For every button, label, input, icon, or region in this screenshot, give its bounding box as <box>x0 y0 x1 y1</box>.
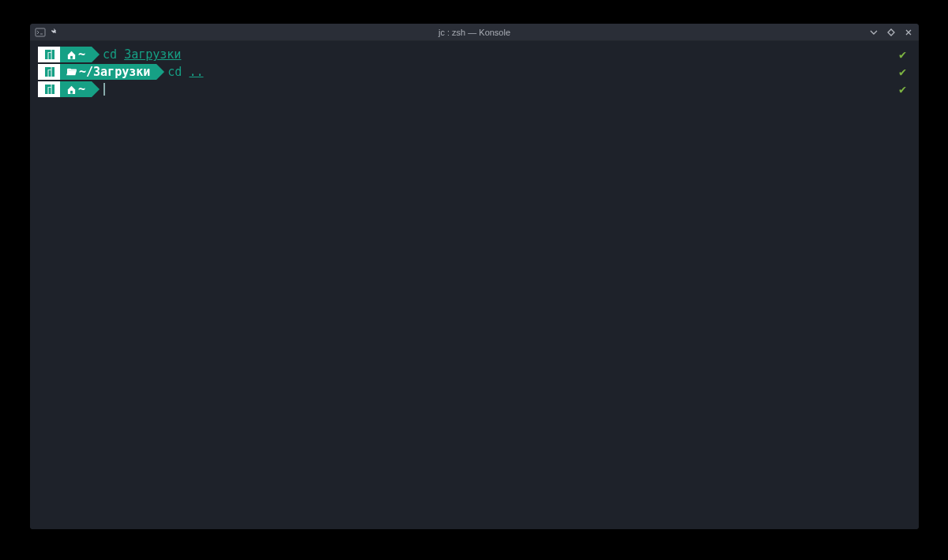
svg-rect-4 <box>45 50 51 52</box>
path-segment-home: ~ <box>60 81 92 97</box>
svg-rect-2 <box>49 53 51 59</box>
command-arg: .. <box>189 63 203 81</box>
svg-rect-15 <box>49 88 51 94</box>
svg-rect-6 <box>70 55 73 58</box>
os-segment <box>38 47 60 62</box>
status-ok-icon: ✔ <box>899 46 911 63</box>
command-text: cd <box>103 46 117 63</box>
home-icon <box>66 50 77 60</box>
svg-rect-10 <box>52 67 55 77</box>
os-segment <box>38 64 60 80</box>
path-segment-folder: ~/Загрузки <box>60 64 156 80</box>
svg-marker-7 <box>92 47 100 62</box>
minimize-button[interactable] <box>868 27 879 38</box>
maximize-button[interactable] <box>886 27 897 38</box>
close-button[interactable] <box>903 27 914 38</box>
status-ok-icon: ✔ <box>899 81 911 98</box>
status-ok-icon: ✔ <box>899 63 911 81</box>
terminal-line: ~/Загрузки cd .. ✔ <box>38 63 911 81</box>
titlebar: jc : zsh — Konsole <box>30 24 919 41</box>
svg-rect-16 <box>52 85 55 94</box>
home-icon <box>66 85 77 95</box>
svg-rect-9 <box>49 70 51 77</box>
path-tilde: ~ <box>77 81 87 98</box>
path-segment-home: ~ <box>60 47 92 62</box>
konsole-window: jc : zsh — Konsole <box>30 24 919 529</box>
svg-rect-11 <box>45 67 51 70</box>
manjaro-icon <box>44 84 55 95</box>
svg-marker-20 <box>92 81 100 97</box>
window-controls <box>868 27 914 38</box>
manjaro-icon <box>44 49 55 60</box>
folder-open-icon <box>66 67 77 77</box>
pin-icon[interactable] <box>51 28 59 36</box>
svg-rect-19 <box>70 90 73 93</box>
terminal-line: ~ cd Загрузки ✔ <box>38 46 911 63</box>
svg-rect-17 <box>45 85 51 87</box>
terminal-app-icon <box>35 27 46 38</box>
command-arg: Загрузки <box>124 46 181 63</box>
terminal-area[interactable]: ~ cd Загрузки ✔ <box>30 41 919 529</box>
svg-rect-0 <box>36 28 45 36</box>
window-title: jc : zsh — Konsole <box>30 28 919 37</box>
os-segment <box>38 81 60 97</box>
svg-marker-13 <box>156 64 164 80</box>
svg-rect-3 <box>52 50 55 59</box>
manjaro-icon <box>44 66 55 77</box>
titlebar-left <box>35 27 59 38</box>
text-cursor <box>103 83 105 96</box>
terminal-line: ~ ✔ <box>38 81 911 98</box>
path-text: ~/Загрузки <box>77 63 152 81</box>
command-text: cd <box>167 63 182 81</box>
path-tilde: ~ <box>77 46 87 63</box>
